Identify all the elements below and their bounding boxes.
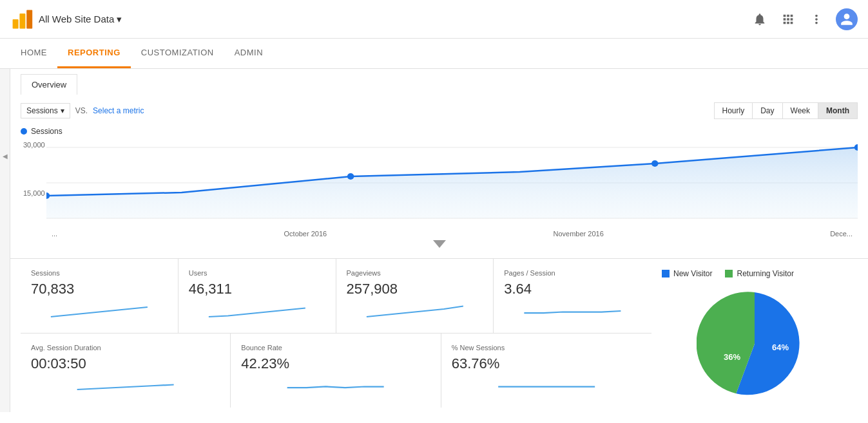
svg-rect-13: [725, 270, 733, 277]
sparkline-avg-duration: [31, 376, 220, 395]
nav-admin[interactable]: ADMIN: [224, 39, 273, 68]
time-buttons: Hourly Day Week Month: [714, 102, 858, 119]
metric-dropdown[interactable]: Sessions ▾: [21, 103, 70, 118]
metric-card-bounce-rate: Bounce Rate 42.23%: [231, 334, 441, 408]
x-label-start: ...: [52, 230, 57, 238]
pie-legend-new-visitor: New Visitor: [662, 269, 712, 278]
metric-label-bounce-rate: Bounce Rate: [241, 344, 430, 352]
ga-logo-icon: [10, 8, 34, 31]
metric-card-pageviews: Pageviews 257,908: [336, 259, 494, 333]
user-avatar[interactable]: [836, 8, 858, 30]
y-label-30k: 30,000: [23, 141, 45, 149]
metric-value-pageviews: 257,908: [347, 281, 483, 297]
sparkline-users: [189, 301, 325, 321]
x-label-oct: October 2016: [284, 230, 327, 238]
nav-home[interactable]: HOME: [10, 39, 57, 68]
metric-card-avg-duration: Avg. Session Duration 00:03:50: [21, 334, 231, 408]
content-area: ◀ Overview Sessions ▾ VS. Select a metri…: [0, 69, 868, 412]
metrics-left: Sessions 70,833 Users 46,311: [21, 259, 651, 412]
time-btn-week[interactable]: Week: [783, 103, 818, 118]
top-bar: All Web Site Data ▾: [0, 0, 868, 39]
apps-grid-icon[interactable]: [779, 10, 797, 28]
pie-chart-svg: 64% 36%: [697, 286, 813, 402]
metric-label-new-sessions: % New Sessions: [452, 344, 641, 352]
metric-value-pages-session: 3.64: [504, 281, 641, 297]
new-visitor-pct-label: 64%: [772, 343, 789, 352]
expand-icon: [433, 240, 446, 248]
metrics-grid-row2: Avg. Session Duration 00:03:50 Bounce Ra…: [21, 334, 651, 408]
svg-point-8: [347, 173, 354, 180]
pie-chart: 64% 36%: [697, 286, 813, 402]
metric-value-bounce-rate: 42.23%: [241, 355, 430, 372]
vs-text: VS.: [75, 106, 88, 115]
svg-marker-11: [433, 240, 446, 248]
main-content: Overview Sessions ▾ VS. Select a metric …: [10, 69, 868, 412]
chart-expand-arrow[interactable]: [21, 238, 858, 250]
svg-rect-12: [662, 270, 670, 277]
line-chart: 30,000 15,000: [21, 141, 858, 238]
top-bar-left: All Web Site Data ▾: [10, 8, 122, 31]
returning-visitor-legend-label: Returning Visitor: [737, 269, 794, 278]
more-options-icon[interactable]: [807, 10, 825, 28]
metric-dropdown-arrow: ▾: [61, 106, 64, 115]
time-btn-day[interactable]: Day: [753, 103, 782, 118]
time-btn-hourly[interactable]: Hourly: [715, 103, 753, 118]
svg-rect-2: [26, 10, 32, 28]
chart-controls: Sessions ▾ VS. Select a metric Hourly Da…: [21, 102, 858, 119]
time-btn-month[interactable]: Month: [818, 103, 857, 118]
metric-card-pages-session: Pages / Session 3.64: [494, 259, 651, 333]
returning-visitor-legend-icon: [725, 270, 733, 277]
chart-controls-left: Sessions ▾ VS. Select a metric: [21, 103, 144, 118]
sparkline-new-sessions: [452, 376, 641, 395]
sparkline-bounce-rate: [241, 376, 430, 395]
returning-visitor-pct-label: 36%: [724, 352, 740, 362]
metric-label-pageviews: Pageviews: [347, 269, 483, 277]
y-label-15k: 15,000: [23, 189, 45, 197]
sessions-legend-label: Sessions: [31, 127, 63, 136]
metric-card-sessions: Sessions 70,833: [21, 259, 178, 333]
metric-label-sessions: Sessions: [31, 269, 168, 277]
sparkline-pageviews: [347, 301, 483, 321]
metric-label-avg-duration: Avg. Session Duration: [31, 344, 220, 352]
metric-card-new-sessions: % New Sessions 63.76%: [441, 334, 651, 408]
pie-section: New Visitor Returning Visitor: [651, 259, 858, 412]
metric-value-sessions: 70,833: [31, 281, 168, 297]
top-bar-right: [751, 8, 858, 30]
metric-label-pages-session: Pages / Session: [504, 269, 641, 277]
chart-legend: Sessions: [21, 127, 858, 136]
x-label-nov: November 2016: [554, 230, 604, 238]
nav-reporting[interactable]: REPORTING: [57, 39, 131, 68]
select-metric[interactable]: Select a metric: [93, 106, 144, 115]
pie-legend: New Visitor Returning Visitor: [662, 269, 794, 278]
chart-svg-wrapper: [46, 141, 858, 225]
x-label-dec: Dece...: [830, 230, 853, 238]
svg-rect-1: [19, 14, 25, 28]
new-visitor-legend-icon: [662, 270, 670, 277]
overview-tab[interactable]: Overview: [21, 74, 77, 95]
chart-svg: [46, 141, 858, 225]
dropdown-icon: ▾: [117, 14, 122, 25]
metric-card-users: Users 46,311: [178, 259, 336, 333]
metric-value-avg-duration: 00:03:50: [31, 355, 220, 372]
chart-x-labels: ... October 2016 November 2016 Dece...: [46, 230, 858, 238]
sidebar-toggle[interactable]: ◀: [0, 69, 10, 412]
sessions-legend-dot: [21, 128, 27, 135]
metric-value-users: 46,311: [189, 281, 325, 297]
pie-legend-returning-visitor: Returning Visitor: [725, 269, 794, 278]
svg-rect-0: [13, 19, 19, 28]
metrics-section: Sessions 70,833 Users 46,311: [10, 259, 868, 412]
metrics-grid-row1: Sessions 70,833 Users 46,311: [21, 259, 651, 334]
chart-section: Sessions ▾ VS. Select a metric Hourly Da…: [10, 95, 868, 259]
nav-customization[interactable]: CUSTOMIZATION: [131, 39, 224, 68]
svg-point-9: [651, 160, 658, 167]
chart-y-labels: 30,000 15,000: [21, 141, 48, 238]
site-name[interactable]: All Web Site Data ▾: [39, 14, 122, 25]
main-nav: HOME REPORTING CUSTOMIZATION ADMIN: [0, 39, 868, 69]
new-visitor-legend-label: New Visitor: [673, 269, 712, 278]
sparkline-pages-session: [504, 301, 641, 321]
notification-bell-icon[interactable]: [751, 10, 769, 28]
metric-value-new-sessions: 63.76%: [452, 355, 641, 372]
metric-label-users: Users: [189, 269, 325, 277]
sparkline-sessions: [31, 301, 168, 321]
